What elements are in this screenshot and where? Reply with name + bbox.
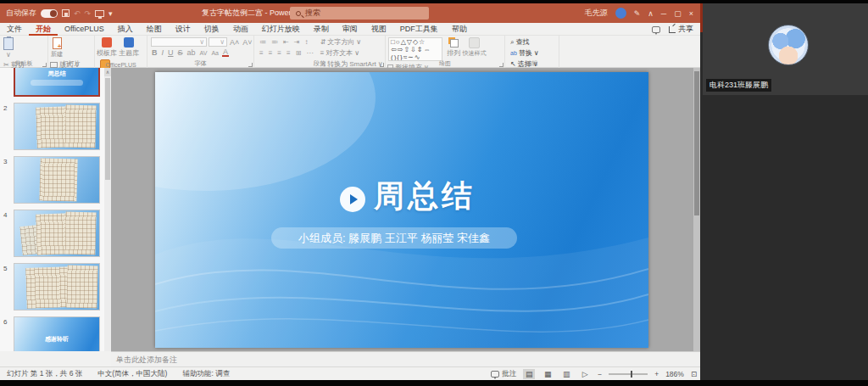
- scrollbar-thumb[interactable]: [105, 78, 110, 180]
- fit-slide-button[interactable]: ⊡: [691, 370, 697, 378]
- shapes-row[interactable]: □○△▽◇☆: [391, 38, 440, 46]
- search-box[interactable]: 搜索: [290, 7, 429, 20]
- pen-icon[interactable]: ✎: [634, 9, 641, 18]
- bottom-black-bar: [0, 380, 868, 386]
- font-name-select[interactable]: ∨: [151, 37, 207, 47]
- font-size-select[interactable]: ∨: [209, 37, 227, 47]
- autosave-toggle[interactable]: [41, 9, 58, 18]
- strikethrough-button[interactable]: S: [177, 48, 184, 57]
- grow-font-button[interactable]: A˄: [229, 38, 240, 47]
- paste-button[interactable]: ∨: [3, 36, 14, 59]
- slide-sorter-button[interactable]: ▦: [542, 369, 554, 379]
- replace-button[interactable]: ab替换∨: [510, 48, 539, 58]
- canvas-scrollbar-thumb[interactable]: [694, 71, 699, 215]
- tab-record[interactable]: 录制: [307, 23, 336, 36]
- tab-pdf-tools[interactable]: PDF工具集: [393, 23, 445, 36]
- quick-styles-button[interactable]: 快速样式: [462, 36, 486, 58]
- notes-pane[interactable]: 单击此处添加备注: [111, 351, 700, 366]
- reading-view-button[interactable]: ▥: [560, 369, 572, 379]
- thumbnail-slide-2[interactable]: [14, 103, 100, 150]
- participant-avatar: [768, 25, 809, 65]
- character-spacing-button[interactable]: AV: [199, 50, 209, 56]
- redo-icon[interactable]: ↷: [85, 9, 92, 18]
- tab-file[interactable]: 文件: [0, 23, 29, 36]
- normal-view-button[interactable]: ▤: [523, 369, 535, 379]
- accessibility-status[interactable]: 辅助功能: 调查: [182, 369, 230, 379]
- ribbon-display-icon[interactable]: ∧: [648, 9, 654, 18]
- qat-dropdown-icon[interactable]: ▾: [108, 9, 113, 18]
- tab-transitions[interactable]: 切换: [198, 23, 226, 36]
- start-slideshow-icon[interactable]: [95, 10, 104, 17]
- theme-library-button[interactable]: 主题库: [119, 36, 139, 58]
- numbering-icon[interactable]: ≕: [270, 37, 280, 47]
- tab-officeplus[interactable]: OfficePLUS: [58, 23, 111, 36]
- text-direction-button[interactable]: ⇵文字方向∨: [320, 37, 383, 47]
- font-color-button[interactable]: A: [222, 48, 229, 57]
- tab-help[interactable]: 帮助: [445, 23, 474, 36]
- zoom-out-button[interactable]: −: [598, 370, 602, 378]
- thumbnail-scrollbar[interactable]: ∧: [104, 68, 111, 351]
- align-center-icon[interactable]: ≡: [267, 48, 275, 58]
- language-indicator[interactable]: 中文(简体，中国大陆): [97, 369, 167, 379]
- user-avatar[interactable]: [615, 8, 626, 19]
- justify-icon[interactable]: ≡: [285, 48, 292, 58]
- tab-design[interactable]: 设计: [169, 23, 198, 36]
- slide-canvas[interactable]: 周总结 小组成员: 滕展鹏 王江平 杨丽莹 宋佳鑫: [155, 72, 648, 348]
- maximize-button[interactable]: ▢: [674, 9, 682, 18]
- clipboard-dialog-launcher[interactable]: [42, 63, 47, 67]
- shapes-row[interactable]: ⇦⇨⇧⇩⇕⇔: [391, 46, 440, 53]
- share-button[interactable]: 共享: [669, 24, 693, 35]
- slideshow-button[interactable]: ▷: [579, 369, 591, 379]
- zoom-level[interactable]: 186%: [665, 370, 684, 378]
- new-slide-button[interactable]: 新建: [51, 36, 63, 59]
- columns-icon[interactable]: ⊞: [294, 48, 303, 58]
- thumbnail-slide-4[interactable]: [14, 210, 100, 257]
- align-right-icon[interactable]: ≡: [275, 48, 283, 58]
- tab-insert[interactable]: 插入: [111, 23, 140, 36]
- paragraph-more-icon[interactable]: ⋯: [304, 48, 314, 58]
- thumbnail-slide-6[interactable]: 感谢聆听: [14, 316, 100, 351]
- thumbnail-slide-5[interactable]: [14, 263, 100, 310]
- tab-draw[interactable]: 绘图: [140, 23, 169, 36]
- zoom-in-button[interactable]: +: [654, 370, 659, 378]
- user-name[interactable]: 毛先源: [585, 8, 608, 19]
- find-button[interactable]: ⌕查找: [510, 37, 539, 47]
- comments-icon[interactable]: [652, 26, 660, 33]
- thumbnail-slide-1[interactable]: 周总结: [14, 68, 100, 97]
- slide-thumbnail-pane[interactable]: 1 周总结 2 3: [0, 68, 111, 351]
- minimize-button[interactable]: ─: [661, 9, 666, 18]
- bullets-icon[interactable]: ≔: [258, 37, 268, 47]
- comments-button[interactable]: 批注: [491, 369, 516, 379]
- change-case-button[interactable]: Aa: [210, 50, 220, 56]
- tab-view[interactable]: 视图: [364, 23, 393, 36]
- undo-icon[interactable]: ↶: [74, 9, 81, 18]
- zoom-slider[interactable]: [609, 373, 648, 375]
- template-library-button[interactable]: 模板库: [97, 36, 117, 58]
- save-icon[interactable]: [62, 9, 70, 17]
- font-dialog-launcher[interactable]: [248, 63, 253, 67]
- italic-button[interactable]: I: [161, 48, 165, 57]
- participant-video-tile[interactable]: 电科231班滕展鹏: [703, 3, 868, 95]
- text-effects-button[interactable]: ab: [186, 48, 197, 57]
- decrease-indent-icon[interactable]: ⇤: [281, 37, 291, 47]
- underline-button[interactable]: U: [167, 48, 175, 57]
- shrink-font-button[interactable]: A˅: [242, 38, 253, 47]
- shapes-gallery[interactable]: □○△▽◇☆ ⇦⇨⇧⇩⇕⇔ (){}≈∼∿: [388, 37, 442, 61]
- zoom-slider-thumb[interactable]: [631, 371, 632, 378]
- align-left-icon[interactable]: ≡: [258, 48, 265, 58]
- canvas-scrollbar[interactable]: [693, 68, 700, 351]
- scroll-up-icon[interactable]: ∧: [104, 68, 111, 76]
- tab-home[interactable]: 开始: [29, 23, 58, 36]
- tab-review[interactable]: 审阅: [336, 23, 364, 36]
- thumbnail-slide-3[interactable]: [14, 156, 100, 204]
- tab-animations[interactable]: 动画: [226, 23, 255, 36]
- bold-button[interactable]: B: [151, 48, 159, 57]
- align-text-button[interactable]: ≡对齐文本∨: [320, 48, 383, 58]
- increase-indent-icon[interactable]: ⇥: [292, 37, 302, 47]
- paragraph-dialog-launcher[interactable]: [380, 63, 384, 67]
- arrange-button[interactable]: 排列: [447, 36, 460, 58]
- line-spacing-icon[interactable]: ↕: [303, 37, 309, 47]
- tab-slideshow[interactable]: 幻灯片放映: [255, 23, 307, 36]
- close-button[interactable]: ×: [689, 9, 693, 18]
- drawing-dialog-launcher[interactable]: [499, 63, 504, 67]
